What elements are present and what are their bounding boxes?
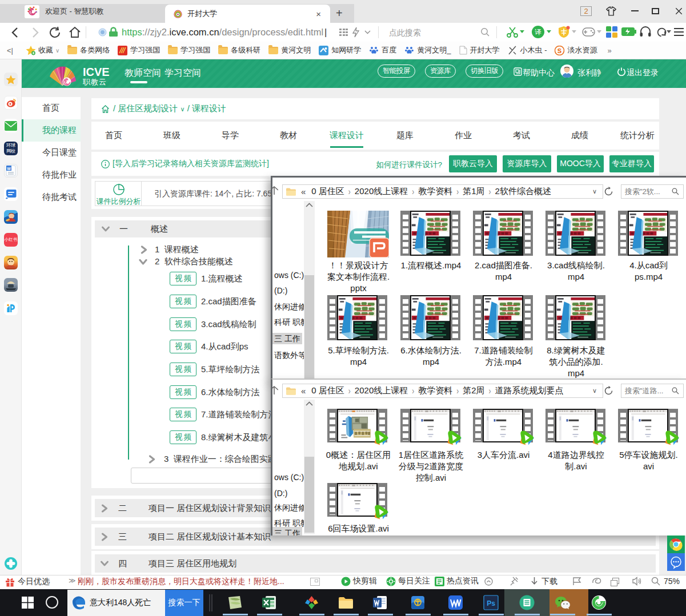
svg-text:W: W bbox=[7, 167, 11, 171]
svg-text:Ps: Ps bbox=[487, 599, 495, 607]
svg-text:S: S bbox=[557, 47, 561, 54]
